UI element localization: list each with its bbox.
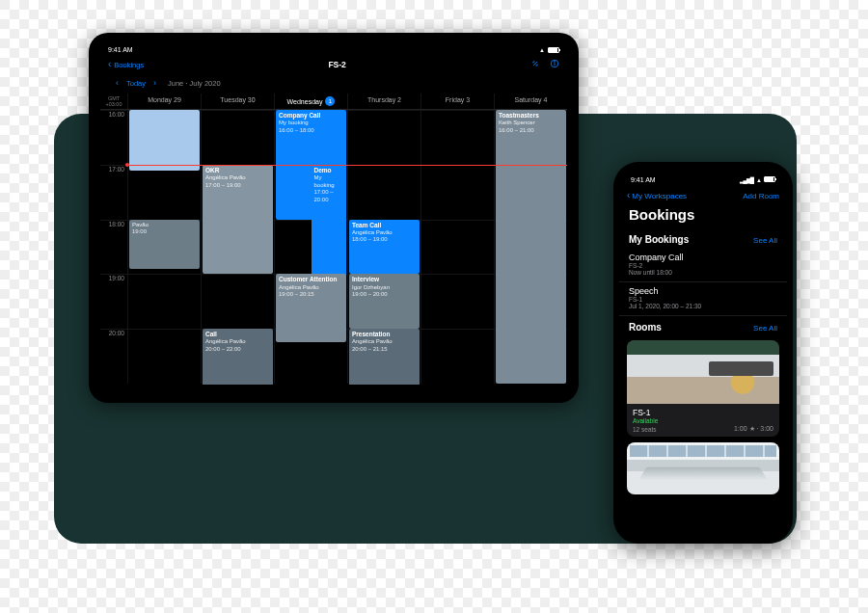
- calendar-day-column[interactable]: OKRAngélica Pavão17:00 – 19:00CallAngéli…: [201, 110, 274, 384]
- hour-label: 20:00: [100, 329, 127, 384]
- calendar-event[interactable]: Pavão19:00: [129, 220, 200, 269]
- calendar-cell[interactable]: [421, 110, 494, 165]
- calendar-event[interactable]: ToastmastersKeith Spencer16:00 – 21:00: [496, 110, 566, 384]
- day-header[interactable]: Tuesday 30: [201, 93, 274, 109]
- event-title: Toastmasters: [499, 112, 563, 120]
- calendar-cell[interactable]: [348, 110, 420, 165]
- event-subtitle: Pavão: [132, 222, 197, 229]
- event-subtitle: Angélica Pavão: [205, 174, 270, 182]
- booking-title: Speech: [629, 286, 777, 296]
- event-time: 19:00: [132, 228, 197, 236]
- event-time: 18:00 – 19:00: [352, 236, 417, 244]
- calendar-cell[interactable]: [348, 165, 420, 220]
- room-card[interactable]: [627, 442, 779, 494]
- day-header[interactable]: Monday 29: [127, 93, 201, 109]
- calendar-event[interactable]: PresentationAngélica Pavão20:00 – 21:15: [349, 329, 420, 385]
- event-subtitle: Angélica Pavão: [352, 338, 417, 346]
- room-card[interactable]: FS-1 Available 12 seats 1:00 ★ · 3:00: [627, 340, 779, 437]
- hour-label: 18:00: [100, 220, 127, 275]
- event-subtitle: Keith Spencer: [499, 120, 563, 127]
- calendar-event[interactable]: Customer AttentionAngélica Pavão19:00 – …: [276, 274, 346, 342]
- calendar-hour-gutter: 16:0017:0018:0019:0020:00: [100, 110, 127, 384]
- add-room-button[interactable]: Add Room: [743, 192, 779, 200]
- event-time: 19:00 – 20:00: [352, 291, 417, 299]
- battery-icon: [548, 47, 559, 53]
- booking-meta: FS-1: [629, 296, 777, 303]
- hour-label: 16:00: [100, 110, 127, 165]
- calendar-cell[interactable]: [421, 329, 494, 384]
- calendar-event[interactable]: [129, 110, 200, 170]
- event-subtitle: Angélica Pavão: [205, 338, 270, 346]
- calendar-cell[interactable]: [128, 165, 201, 220]
- calendar-cell[interactable]: [421, 274, 494, 329]
- today-button[interactable]: Today: [126, 79, 146, 88]
- booking-item[interactable]: Company Call FS-2 Now until 18:00: [619, 249, 787, 282]
- calendar-cell[interactable]: [421, 165, 494, 220]
- booking-title: Company Call: [629, 253, 777, 262]
- event-subtitle: My booking: [279, 120, 343, 127]
- expand-icon[interactable]: [530, 59, 540, 70]
- ipad-screen: 9:41 AM ‹ Bookings FS-2 ‹: [100, 44, 567, 391]
- event-time: 17:00 – 19:00: [205, 182, 270, 190]
- calendar-cell[interactable]: [421, 220, 494, 275]
- cellular-icon: ▂▄▆█: [740, 176, 754, 183]
- see-all-link[interactable]: See All: [753, 236, 777, 245]
- calendar-day-column[interactable]: Company CallMy booking16:00 – 18:00DemoM…: [274, 110, 347, 384]
- hour-label: 17:00: [100, 165, 127, 220]
- timezone-label: GMT +03:00: [100, 93, 127, 109]
- chevron-left-icon: ‹: [108, 60, 111, 69]
- back-button[interactable]: ‹ Bookings: [108, 60, 144, 69]
- calendar-cell[interactable]: [128, 329, 201, 384]
- calendar-cell[interactable]: [202, 110, 274, 165]
- room-seats: 12 seats: [633, 426, 658, 433]
- section-header-my-bookings: My Bookings See All: [619, 228, 787, 249]
- calendar-event[interactable]: OKRAngélica Pavão17:00 – 19:00: [203, 165, 273, 275]
- event-subtitle: Angélica Pavão: [279, 284, 343, 292]
- calendar-day-column[interactable]: Pavão19:00: [127, 110, 201, 384]
- ipad-clock: 9:41 AM: [108, 46, 133, 53]
- event-subtitle: Igor Dzhebyan: [352, 284, 417, 292]
- calendar-event[interactable]: CallAngélica Pavão20:00 – 22:00: [203, 329, 273, 385]
- calendar-event[interactable]: InterviewIgor Dzhebyan19:00 – 20:00: [349, 274, 420, 329]
- ipad-device-frame: 9:41 AM ‹ Bookings FS-2 ‹: [89, 33, 579, 403]
- section-header-rooms: Rooms See All: [619, 316, 787, 336]
- calendar-day-column[interactable]: Team CallAngélica Pavão18:00 – 19:00Inte…: [347, 110, 420, 384]
- see-all-link[interactable]: See All: [753, 324, 777, 333]
- calendar-body[interactable]: 16:0017:0018:0019:0020:00 Pavão19:00OKRA…: [100, 110, 567, 384]
- event-time: 16:00 – 21:00: [499, 127, 563, 135]
- iphone-notch: [666, 168, 740, 181]
- chevron-left-icon: ‹: [627, 191, 630, 200]
- info-icon[interactable]: [550, 59, 559, 70]
- calendar-grid[interactable]: GMT +03:00 Monday 29 Tuesday 30 Wednesda…: [100, 93, 567, 385]
- event-time: 19:00 – 20:15: [279, 291, 343, 299]
- prev-period-button[interactable]: ‹: [116, 78, 119, 88]
- event-time: 20:00 – 21:15: [352, 346, 417, 354]
- booking-item[interactable]: Speech FS-1 Jul 1, 2020, 20:00 – 21:30: [619, 282, 787, 316]
- event-title: Demo: [314, 167, 344, 174]
- hour-label: 19:00: [100, 274, 127, 329]
- event-title: Presentation: [352, 331, 417, 338]
- event-time: 16:00 – 18:00: [279, 127, 343, 135]
- iphone-clock: 9:41 AM: [631, 176, 656, 183]
- calendar-header-row: GMT +03:00 Monday 29 Tuesday 30 Wednesda…: [100, 93, 567, 110]
- event-title: Company Call: [279, 112, 343, 120]
- day-header[interactable]: Saturday 4: [494, 93, 567, 109]
- page-title: FS-2: [328, 60, 345, 69]
- day-header[interactable]: Friday 3: [420, 93, 494, 109]
- period-label: June · July 2020: [168, 79, 221, 88]
- next-period-button[interactable]: ›: [153, 78, 156, 88]
- booking-meta: Jul 1, 2020, 20:00 – 21:30: [629, 303, 777, 309]
- calendar-cell[interactable]: [128, 274, 201, 329]
- ipad-status-bar: 9:41 AM: [100, 44, 567, 55]
- wifi-icon: [539, 46, 544, 53]
- calendar-event[interactable]: Team CallAngélica Pavão18:00 – 19:00: [349, 220, 420, 275]
- section-title: My Bookings: [629, 234, 689, 245]
- calendar-day-column[interactable]: [420, 110, 494, 384]
- day-header-today[interactable]: Wednesday 1: [274, 93, 347, 109]
- calendar-day-column[interactable]: ToastmastersKeith Spencer16:00 – 21:00: [494, 110, 567, 384]
- back-button[interactable]: ‹ My Workspaces: [627, 191, 687, 200]
- calendar-cell[interactable]: [202, 274, 274, 329]
- day-header[interactable]: Thursday 2: [347, 93, 420, 109]
- battery-icon: [764, 176, 775, 182]
- svg-point-2: [555, 62, 556, 63]
